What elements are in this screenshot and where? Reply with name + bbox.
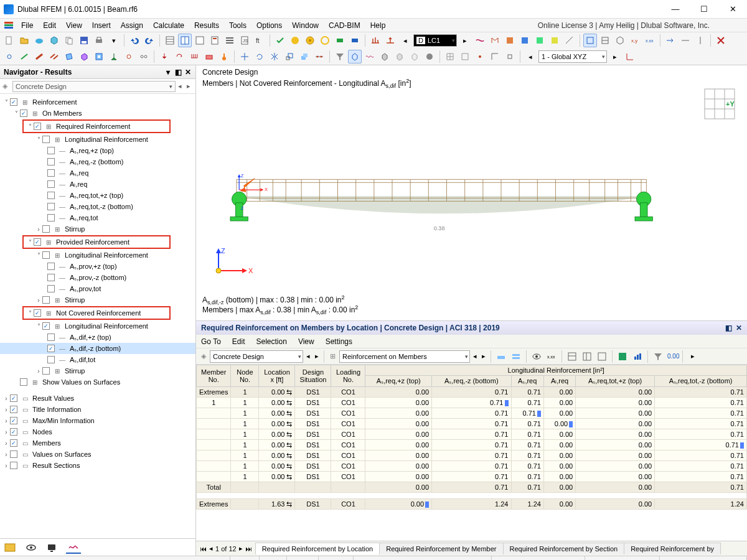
menu-view[interactable]: View [61,20,87,31]
menu-results[interactable]: Results [189,20,224,31]
tree-reinforcement[interactable]: Reinforcement [31,98,77,106]
tree-stirrup-3[interactable]: Stirrup [63,367,85,375]
menu-edit[interactable]: Edit [38,20,61,31]
results-tool-export[interactable] [616,350,629,363]
checkbox[interactable] [42,136,50,143]
checkbox[interactable] [47,285,55,292]
ortho-icon[interactable] [488,50,502,63]
pager-last[interactable]: ⏭ [245,545,252,553]
nav-combo-prev[interactable]: ◂ [176,82,184,90]
menu-assign[interactable]: Assign [116,20,148,31]
cube3-icon[interactable] [393,50,406,63]
tree-long-reinf-1[interactable]: Longitudinal Reinforcement [63,136,148,143]
rotate-icon[interactable] [253,50,266,63]
results-tab-1[interactable]: Required Reinforcement by Member [379,543,503,554]
support-icon[interactable] [107,50,121,63]
tree-bottom-item[interactable]: Result Values [31,394,74,402]
axis-icon[interactable] [623,50,637,63]
results-tool-view[interactable] [530,350,543,363]
opening-icon[interactable] [92,50,106,63]
hinge-icon[interactable] [122,50,136,63]
tree-leaf[interactable]: Aₛ,req,-z (bottom) [68,158,124,166]
cancel-icon[interactable] [714,34,728,47]
tree-leaf[interactable]: Aₛ,req,tot [68,214,98,222]
results-tab-3[interactable]: Required Reinforcement by [624,543,721,554]
results-c2-next[interactable]: ▸ [480,352,487,360]
status-lgrid[interactable]: LGRID [287,556,319,560]
grid2-icon[interactable] [458,50,472,63]
checkbox[interactable] [42,296,50,304]
table3-icon[interactable] [193,34,207,47]
results-tool-xxx[interactable]: x.xx [545,350,558,363]
save-icon[interactable] [77,34,91,47]
redo-icon[interactable] [143,34,156,47]
load1-icon[interactable] [369,34,382,47]
checkbox[interactable] [10,428,17,436]
results-tool-2[interactable] [509,350,523,363]
calc5-icon[interactable] [348,34,362,47]
wp-prev-icon[interactable]: ◂ [524,50,537,63]
results-c1-next[interactable]: ▸ [313,352,321,360]
report-icon[interactable] [208,34,222,47]
tree-long-reinf-3[interactable]: Longitudinal Reinforcement [63,322,148,330]
checkbox[interactable] [34,123,41,130]
move-icon[interactable] [238,50,251,63]
res5-icon[interactable] [533,34,547,47]
results-tool-grid2[interactable] [580,350,594,363]
results-tool-filter[interactable] [651,350,665,363]
print-icon[interactable] [92,34,106,47]
navtab-views-icon[interactable] [45,541,60,554]
results-combo-1[interactable]: Concrete Design [210,350,303,363]
table1-icon[interactable] [163,34,177,47]
filter-icon[interactable] [333,50,347,63]
tree-bottom-item[interactable]: Title Information [31,406,81,413]
view2-icon[interactable] [598,34,612,47]
checkbox[interactable] [42,322,50,330]
menu-cadbim[interactable]: CAD-BIM [324,20,365,31]
table2-icon[interactable] [178,34,192,47]
pager-first[interactable]: ⏮ [200,545,207,553]
results-grid[interactable]: Member No. Node No. Location x [ft] Desi… [196,365,747,541]
results-c1-prev[interactable]: ◂ [304,352,312,360]
extrude-icon[interactable] [298,50,311,63]
dir1-icon[interactable] [664,34,677,47]
tree-stirrup-2[interactable]: Stirrup [63,296,85,304]
tree-leaf[interactable]: Aₛ,prov,tot [68,285,101,293]
checkbox[interactable] [47,345,55,352]
tree-on-members[interactable]: On Members [41,110,82,117]
checkbox[interactable] [42,225,50,233]
nav-combo-next[interactable]: ▸ [184,82,193,90]
tree-leaf[interactable]: Aₗ,req [68,180,87,189]
tree-leaf[interactable]: Aₛ,dif,-z (bottom) [68,345,121,353]
navtab-data-icon[interactable] [2,541,17,554]
status-osnap[interactable]: OSNAP [319,556,354,560]
loadcase-combo[interactable]: DLC1 [413,34,457,47]
nav-close-icon[interactable]: ✕ [184,68,192,77]
results-tab-0[interactable]: Required Reinforcement by Location [255,543,380,554]
res3-icon[interactable] [503,34,517,47]
results-close-icon[interactable]: ✕ [736,324,742,332]
checkbox[interactable] [34,309,41,317]
anno2-icon[interactable]: x.xx [643,34,657,47]
solid-icon[interactable] [77,50,91,63]
checkbox[interactable] [47,147,55,154]
tree-stirrup-1[interactable]: Stirrup [63,225,85,233]
tree-bottom-item[interactable]: Max/Min Information [31,417,95,424]
dropdown-icon[interactable]: ▾ [107,34,121,47]
tree-required[interactable]: Required Reinforcement [55,123,130,130]
checkbox[interactable] [10,406,17,413]
checkbox[interactable] [47,169,55,177]
cloud-icon[interactable] [32,34,46,47]
mirror-icon[interactable] [268,50,281,63]
tree-not-covered[interactable]: Not Covered Reinforcement [55,309,141,317]
checkbox[interactable] [20,378,27,386]
open-icon[interactable] [17,34,31,47]
nav-float-icon[interactable]: ◧ [174,68,182,77]
menu-options[interactable]: Options [251,20,287,31]
menu-file[interactable]: File [16,20,38,31]
surface-icon[interactable] [62,50,76,63]
node-icon[interactable] [2,50,16,63]
tree-show-surfaces[interactable]: Show Values on Surfaces [41,378,120,386]
tree-leaf[interactable]: Aₛ,req,+z (top) [68,147,114,155]
lineload-icon[interactable] [187,50,201,63]
